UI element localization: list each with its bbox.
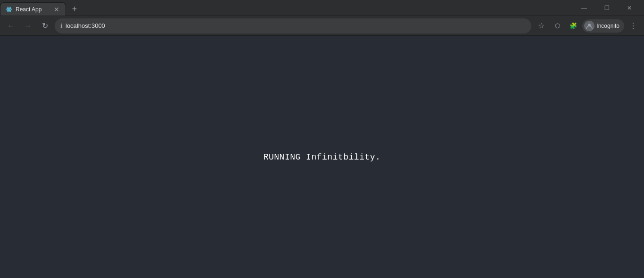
title-bar: React App ✕ + — ❐ ✕ bbox=[0, 0, 644, 16]
extensions-button[interactable]: ⬡ bbox=[550, 19, 564, 33]
puzzle-button[interactable]: 🧩 bbox=[566, 19, 580, 33]
new-tab-button[interactable]: + bbox=[68, 2, 81, 16]
close-button[interactable]: ✕ bbox=[619, 0, 640, 16]
refresh-button[interactable]: ↻ bbox=[38, 19, 52, 33]
tab-title: React App bbox=[16, 6, 50, 13]
lock-icon: ℹ bbox=[60, 23, 63, 29]
svg-point-0 bbox=[8, 8, 10, 10]
tab-strip: React App ✕ + bbox=[0, 0, 573, 16]
toolbar-right: ☆ ⬡ 🧩 Incognito ⋮ bbox=[534, 19, 640, 33]
nav-bar: ← → ↻ ℹ ☆ ⬡ 🧩 Incognito ⋮ bbox=[0, 16, 644, 36]
page-content: RUNNING Infinitbility. bbox=[0, 36, 644, 278]
maximize-button[interactable]: ❐ bbox=[596, 0, 618, 16]
incognito-badge[interactable]: Incognito bbox=[582, 19, 624, 33]
forward-button[interactable]: → bbox=[21, 19, 35, 33]
minimize-button[interactable]: — bbox=[573, 0, 595, 16]
more-button[interactable]: ⋮ bbox=[626, 19, 640, 33]
bookmark-button[interactable]: ☆ bbox=[534, 19, 548, 33]
incognito-label: Incognito bbox=[596, 23, 619, 29]
running-text: RUNNING Infinitbility. bbox=[264, 152, 381, 162]
tab-close-button[interactable]: ✕ bbox=[52, 5, 61, 14]
address-bar-container[interactable]: ℹ bbox=[55, 18, 531, 34]
window-controls: — ❐ ✕ bbox=[573, 0, 644, 16]
back-button[interactable]: ← bbox=[4, 19, 18, 33]
incognito-avatar bbox=[584, 21, 594, 31]
browser-tab[interactable]: React App ✕ bbox=[0, 2, 66, 16]
tab-favicon bbox=[5, 6, 13, 13]
address-bar[interactable] bbox=[66, 22, 526, 29]
